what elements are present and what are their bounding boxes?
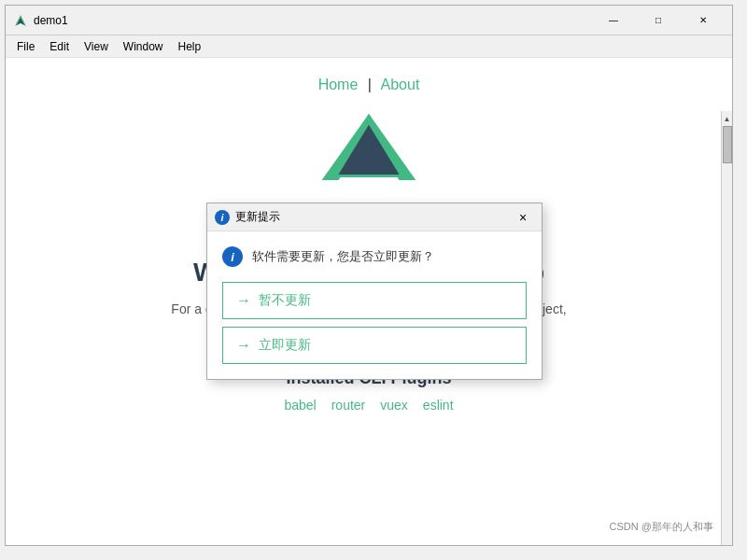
update-dialog: i 更新提示 × i 软件需要更新，您是否立即更新？ → 暂不更新 → — [206, 203, 543, 380]
dialog-message: i 软件需要更新，您是否立即更新？ — [222, 246, 527, 267]
menu-file[interactable]: File — [9, 38, 42, 55]
menu-view[interactable]: View — [77, 38, 116, 55]
dialog-message-text: 软件需要更新，您是否立即更新？ — [252, 248, 434, 265]
btn-later-arrow: → — [236, 292, 251, 309]
menu-window[interactable]: Window — [116, 38, 171, 55]
app-window: demo1 — □ ✕ File Edit View Window Help H… — [5, 5, 733, 546]
app-content: Home | About Welcome to Your Vue.js App … — [6, 58, 732, 545]
btn-now[interactable]: → 立即更新 — [222, 327, 527, 364]
menu-edit[interactable]: Edit — [42, 38, 77, 55]
menu-bar: File Edit View Window Help — [6, 35, 732, 58]
app-icon — [13, 13, 28, 28]
dialog-title-bar: i 更新提示 × — [207, 203, 542, 231]
close-button[interactable]: ✕ — [682, 7, 725, 35]
dialog-title-text: 更新提示 — [235, 209, 512, 225]
dialog-overlay: i 更新提示 × i 软件需要更新，您是否立即更新？ → 暂不更新 → — [6, 58, 732, 545]
menu-help[interactable]: Help — [171, 38, 209, 55]
minimize-button[interactable]: — — [592, 7, 635, 35]
dialog-body: i 软件需要更新，您是否立即更新？ → 暂不更新 → 立即更新 — [207, 231, 542, 379]
btn-now-arrow: → — [236, 337, 251, 354]
dialog-title-icon: i — [215, 210, 230, 225]
btn-later-label: 暂不更新 — [259, 292, 311, 309]
title-bar: demo1 — □ ✕ — [6, 6, 732, 35]
dialog-close-button[interactable]: × — [512, 206, 534, 229]
btn-now-label: 立即更新 — [259, 337, 311, 354]
maximize-button[interactable]: □ — [637, 7, 680, 35]
btn-later[interactable]: → 暂不更新 — [222, 282, 527, 319]
window-controls: — □ ✕ — [592, 7, 725, 35]
window-title: demo1 — [34, 14, 592, 27]
dialog-message-icon: i — [222, 246, 243, 267]
